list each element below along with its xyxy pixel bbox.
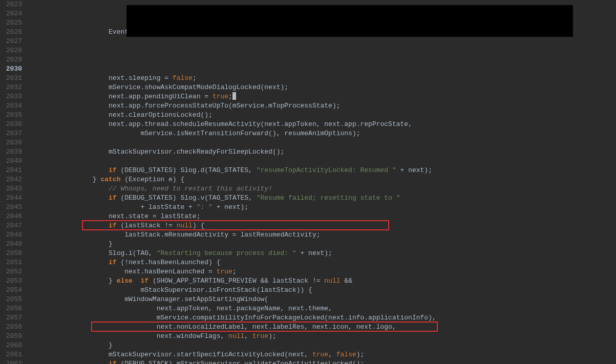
token-plain: next.nonLocalizedLabel, next.labelRes, n… (157, 323, 396, 331)
code-line[interactable]: } (29, 240, 616, 249)
line-number: 2061 (2, 350, 22, 359)
token-plain: (lastStack != (117, 222, 177, 229)
token-plain: (DEBUG_STATES) Slog.d(TAG_STATES, (117, 166, 257, 174)
code-line[interactable] (29, 138, 616, 147)
code-line[interactable]: mService.showAskCompatModeDialogLocked(n… (29, 83, 616, 92)
token-plain: mService.showAskCompatModeDialogLocked(n… (109, 83, 288, 91)
token-plain: next.state = lastState; (109, 212, 200, 220)
code-line[interactable]: + lastState + ": " + next); (29, 203, 616, 212)
token-plain: } (109, 240, 113, 248)
code-line[interactable]: if (lastStack != null) { (29, 221, 616, 230)
line-number: 2045 (2, 203, 22, 212)
line-number: 2033 (2, 92, 22, 101)
line-number: 2025 (2, 18, 22, 28)
code-line[interactable]: // Whoops, need to restart this activity… (29, 184, 616, 194)
token-plain: + lastState + (140, 203, 196, 211)
code-line[interactable]: next.hasBeenLaunched = true; (29, 267, 616, 276)
line-number: 2030 (2, 65, 22, 74)
token-plain: , (244, 332, 252, 340)
code-line[interactable]: next.app.pendingUiClean = true; (29, 92, 616, 101)
line-number: 2057 (2, 313, 22, 323)
code-line[interactable]: if (DEBUG_STATES) Slog.d(TAG_STATES, "re… (29, 166, 616, 175)
line-number: 2024 (2, 9, 22, 18)
line-number: 2053 (2, 276, 22, 286)
code-line[interactable]: if (DEBUG_STACK) mStackSupervisor.valida… (29, 359, 616, 364)
code-line[interactable] (29, 37, 616, 46)
token-lit: true (213, 93, 228, 100)
code-line[interactable]: mStackSupervisor.checkReadyForSleepLocke… (29, 147, 616, 157)
code-line[interactable] (29, 65, 616, 74)
token-lit: false (336, 351, 356, 358)
token-plain: ; (193, 74, 197, 82)
code-line[interactable]: mStackSupervisor.isFrontStack(lastStack)… (29, 286, 616, 295)
code-line[interactable] (29, 55, 616, 65)
line-number: 2056 (2, 304, 22, 313)
line-number: 2060 (2, 341, 22, 350)
token-plain: (DEBUG_STACK) mStackSupervisor.validateT… (117, 360, 365, 364)
token-lit: true (312, 351, 328, 358)
line-number: 2036 (2, 120, 22, 129)
code-line[interactable]: mStackSupervisor.startSpecificActivityLo… (29, 350, 616, 359)
text-cursor (232, 92, 236, 100)
token-plain: (SHOW_APP_STARTING_PREVIEW && lastStack … (148, 277, 324, 285)
token-plain: mWindowManager.setAppStartingWindow( (124, 295, 268, 303)
code-editor[interactable]: 2023202420252026202720282029203020312032… (0, 0, 616, 364)
code-line[interactable]: Slog.i(TAG, "Restarting because process … (29, 249, 616, 258)
code-line[interactable]: next.windowFlags, null, true); (29, 332, 616, 341)
token-kw: if (140, 277, 148, 285)
line-number: 2046 (2, 212, 22, 221)
code-line[interactable]: } catch (Exception e) { (29, 175, 616, 184)
line-number-gutter: 2023202420252026202720282029203020312032… (0, 0, 27, 364)
line-number: 2038 (2, 138, 22, 147)
line-number: 2054 (2, 286, 22, 295)
line-number: 2023 (2, 0, 22, 9)
line-number: 2035 (2, 111, 22, 120)
token-plain: , (328, 351, 336, 358)
code-line[interactable]: next.nonLocalizedLabel, next.labelRes, n… (29, 323, 616, 332)
line-number: 2055 (2, 295, 22, 304)
token-plain: ); (356, 351, 365, 358)
line-number: 2058 (2, 323, 22, 332)
token-str: "resumeTopActivityLocked: Resumed " (257, 166, 396, 174)
code-line[interactable]: next.clearOptionsLocked(); (29, 111, 616, 120)
line-number: 2042 (2, 175, 22, 184)
line-number: 2034 (2, 101, 22, 111)
token-plain: mService.compatibilityInfoForPackageLock… (157, 314, 436, 322)
code-line[interactable]: } else if (SHOW_APP_STARTING_PREVIEW && … (29, 276, 616, 286)
token-str: "Resume failed; resetting state to " (257, 194, 400, 202)
line-number: 2043 (2, 184, 22, 194)
code-line[interactable]: next.appToken, next.packageName, next.th… (29, 304, 616, 313)
code-line[interactable]: next.app.thread.scheduleResumeActivity(n… (29, 120, 616, 129)
token-lit: true (252, 332, 268, 340)
token-plain: + next); (396, 166, 432, 174)
code-line[interactable]: lastStack.mResumedActivity = lastResumed… (29, 230, 616, 240)
token-lit: false (173, 74, 193, 82)
token-str: "Restarting because process died: " (157, 249, 296, 257)
line-number: 2037 (2, 129, 22, 138)
code-line[interactable]: next.sleeping = false; (29, 74, 616, 83)
token-kw: catch (100, 176, 120, 183)
code-line[interactable]: mWindowManager.setAppStartingWindow( (29, 295, 616, 304)
code-line[interactable]: if (!next.hasBeenLaunched) { (29, 258, 616, 267)
line-number: 2052 (2, 267, 22, 276)
token-kw: if (109, 222, 117, 229)
code-line[interactable]: mService.compatibilityInfoForPackageLock… (29, 313, 616, 323)
token-plain: next.clearOptionsLocked(); (109, 111, 213, 119)
token-plain: ); (268, 332, 277, 340)
token-plain: (DEBUG_STATES) Slog.v(TAG_STATES, (117, 194, 257, 202)
token-kw: if (109, 166, 117, 174)
token-plain: (!next.hasBeenLaunched) { (117, 259, 221, 266)
code-line[interactable]: mService.isNextTransitionForward(), resu… (29, 129, 616, 138)
line-number: 2047 (2, 221, 22, 230)
code-line[interactable]: next.state = lastState; (29, 212, 616, 221)
code-line[interactable] (29, 157, 616, 166)
code-area[interactable]: EventLog.writeEvent(EventLogTags.AM_RESU… (27, 0, 616, 364)
code-line[interactable]: } (29, 341, 616, 350)
token-lit: true (217, 268, 232, 275)
code-line[interactable]: next.app.forceProcessStateUpTo(mService.… (29, 101, 616, 111)
token-plain: && (341, 277, 352, 285)
token-plain: (Exception e) { (120, 176, 184, 183)
code-line[interactable]: if (DEBUG_STATES) Slog.v(TAG_STATES, "Re… (29, 194, 616, 203)
code-line[interactable] (29, 46, 616, 55)
token-kw: if (109, 259, 117, 266)
